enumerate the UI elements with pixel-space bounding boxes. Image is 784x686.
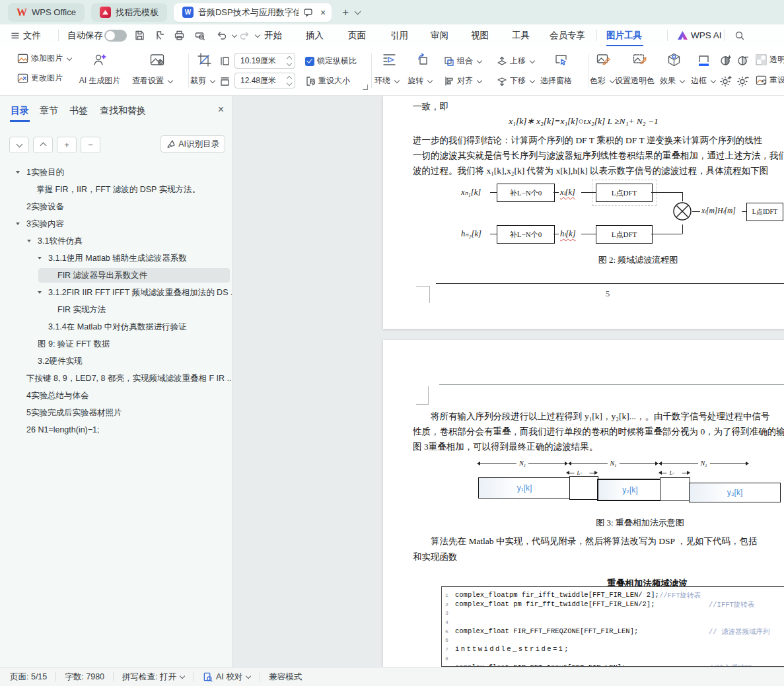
menu-insert[interactable]: 插入 (306, 24, 324, 46)
reset-size-button[interactable]: 重设大小 (305, 75, 350, 86)
zoom-out-outline-button[interactable]: − (81, 137, 100, 153)
toc-item[interactable]: 26 N1=length(in)−1; (0, 421, 232, 438)
menu-reference[interactable]: 引用 (390, 24, 408, 46)
tab-list-chevron-icon[interactable] (355, 9, 361, 15)
autosave-toggle[interactable] (104, 24, 127, 46)
toc-item[interactable]: 4实验总结与体会 (0, 387, 232, 404)
print-button[interactable] (174, 24, 185, 46)
selection-pane-button[interactable] (553, 52, 569, 67)
ai-proofread-chevron-icon[interactable] (246, 673, 251, 679)
view-settings-label[interactable]: 查看设置 (132, 75, 173, 86)
border-label[interactable]: 边框 (691, 75, 716, 86)
toc-item[interactable]: 1实验目的 (0, 164, 232, 181)
toc-item[interactable]: 3.1.4在 Matlab 中对仿真数据进行验证 (0, 318, 232, 335)
rotate-button[interactable] (415, 52, 430, 67)
toc-item[interactable]: 图 9: 验证 FFT 数据 (0, 335, 232, 353)
increase-brightness-button[interactable] (720, 75, 732, 87)
toc-item[interactable]: 5实验完成后实验器材照片 (0, 404, 232, 421)
document-page-6[interactable]: 将所有输入序列分段进行以上过程得到 y₁[k]，y₂[k]...，。由千数字信号… (383, 340, 784, 667)
page-indicator[interactable]: 页面: 5/15 (10, 671, 47, 683)
search-button[interactable] (734, 24, 745, 46)
tab-chapters[interactable]: 章节 (40, 105, 58, 117)
border-button[interactable] (696, 52, 711, 67)
ai-proofread-label[interactable]: AI 校对 (216, 671, 242, 683)
wrap-button[interactable] (382, 52, 397, 67)
new-tab-icon[interactable]: + (342, 6, 349, 19)
bring-forward-button[interactable]: 上移 (497, 55, 535, 67)
word-count[interactable]: 字数: 7980 (65, 671, 104, 683)
redo-button[interactable] (239, 24, 260, 46)
set-transparent-color-label[interactable]: 设置透明色 (615, 75, 655, 86)
crop-button[interactable] (197, 52, 212, 67)
figure-2-flowchart[interactable]: xₙ₁[k] 补L−N个0 xₗ[k] L点DFT hₙ₂[k] 补L−N个0 … (383, 184, 784, 253)
group-button[interactable]: 组合 (444, 55, 482, 67)
change-picture-button[interactable]: 更改图片 (17, 73, 63, 84)
figure-3-overlap-add[interactable]: N₁ N₁ N₁ L-N₁ L-N₁ y₁[k] y₂[k] y₃[k] (383, 459, 784, 518)
tab-contents[interactable]: 目录 (11, 105, 29, 117)
menu-member[interactable]: 会员专享 (550, 24, 585, 46)
effects-label[interactable]: 效果 (660, 75, 685, 86)
zoom-in-outline-button[interactable]: + (57, 137, 77, 153)
document-canvas[interactable]: 一致，即 x₁[k]∗ x₂[k]=x₁[k]○ʟx₂[k] L ≥N₁+ N₂… (233, 96, 784, 667)
menu-tools[interactable]: 工具 (512, 24, 530, 46)
menu-review[interactable]: 审阅 (431, 24, 448, 46)
view-settings-button[interactable] (149, 52, 165, 68)
lock-aspect-ratio-checkbox[interactable]: 锁定纵横比 (305, 55, 357, 67)
file-menu[interactable]: 文件 (11, 24, 41, 46)
height-stepper[interactable] (287, 77, 291, 85)
toc-item[interactable]: 3实验内容 (0, 215, 232, 232)
undo-button[interactable] (216, 24, 237, 46)
transparency-button[interactable]: 透明 (756, 54, 784, 65)
height-input[interactable]: 12.48厘米 (234, 73, 295, 88)
expand-all-button[interactable] (33, 137, 53, 153)
width-stepper[interactable] (287, 57, 291, 65)
ai-generate-picture-button[interactable] (92, 52, 108, 68)
comment-bubble-icon[interactable] (303, 7, 313, 17)
add-picture-button[interactable]: 添加图片 (17, 53, 72, 64)
size-dialog-launcher-icon[interactable] (363, 85, 368, 90)
crop-label[interactable]: 裁剪 (190, 75, 215, 86)
compatibility-mode-label[interactable]: 兼容模式 (269, 671, 302, 683)
save-button[interactable] (134, 24, 145, 46)
color-button[interactable] (596, 52, 611, 67)
menu-home[interactable]: 开始 (264, 24, 282, 46)
toc-item-selected[interactable]: FIR 滤波器导出系数文件 (38, 268, 230, 283)
tab-document-active[interactable]: W 音频DSP技术与应用数字信号 × (174, 3, 332, 22)
document-page-5[interactable]: 一致，即 x₁[k]∗ x₂[k]=x₁[k]○ʟx₂[k] L ≥N₁+ N₂… (383, 96, 784, 329)
selection-pane-label[interactable]: 选择窗格 (540, 75, 572, 86)
menu-view[interactable]: 视图 (471, 24, 489, 46)
set-transparent-color-button[interactable] (632, 52, 647, 67)
width-input[interactable]: 10.19厘米 (234, 53, 295, 69)
toc-item[interactable]: 3.2硬件实现 (0, 353, 232, 370)
collapse-all-button[interactable] (9, 137, 29, 153)
toc-item[interactable]: 掌握 FIR，IIR，FFT 滤波的 DSP 实现方法。 (0, 181, 232, 198)
toc-item[interactable]: 下按键 8, 9，LED7, 8 都亮，实现频域滤波重叠相 F IR ... (0, 370, 232, 387)
ai-recognize-toc-button[interactable]: AI识别目录 (160, 135, 225, 153)
tab-bookmarks[interactable]: 书签 (69, 105, 88, 117)
tab-wps-home[interactable]: W WPS Office (8, 3, 85, 22)
decrease-brightness-button[interactable] (737, 75, 750, 87)
tab-find-replace[interactable]: 查找和替换 (100, 105, 146, 117)
reset-picture-button[interactable]: 重设 (756, 75, 784, 86)
effects-button[interactable] (666, 52, 682, 67)
toc-item[interactable]: 3.1.2FIR IIR FFT IFFT 频域滤波重叠相加法的 DS ... (0, 284, 232, 301)
wrap-label[interactable]: 环绕 (374, 75, 400, 86)
decrease-contrast-button[interactable] (737, 54, 750, 67)
rotate-label[interactable]: 旋转 (408, 75, 433, 86)
export-pdf-button[interactable] (154, 24, 165, 46)
spellcheck-status[interactable]: 拼写检查: 打开 (122, 671, 176, 683)
menu-page[interactable]: 页面 (348, 24, 366, 46)
color-label[interactable]: 色彩 (590, 75, 615, 86)
increase-contrast-button[interactable] (720, 54, 732, 67)
tab-docer-templates[interactable]: 找稻壳模板 (91, 3, 167, 22)
spellcheck-chevron-icon[interactable] (180, 673, 185, 679)
toc-item[interactable]: 3.1软件仿真 (0, 232, 232, 250)
send-backward-button[interactable]: 下移 (497, 75, 535, 86)
close-tab-icon[interactable]: × (320, 7, 326, 18)
ai-generate-label[interactable]: AI 生成图片 (71, 75, 128, 86)
close-pane-icon[interactable]: × (218, 104, 224, 116)
toc-item[interactable]: 2实验设备 (0, 198, 232, 215)
print-preview-button[interactable] (194, 24, 205, 46)
toc-item[interactable]: 3.1.1使用 Matlab 辅助生成滤波器系数 (0, 250, 232, 267)
toc-item[interactable]: FIR 实现方法 (0, 301, 232, 318)
